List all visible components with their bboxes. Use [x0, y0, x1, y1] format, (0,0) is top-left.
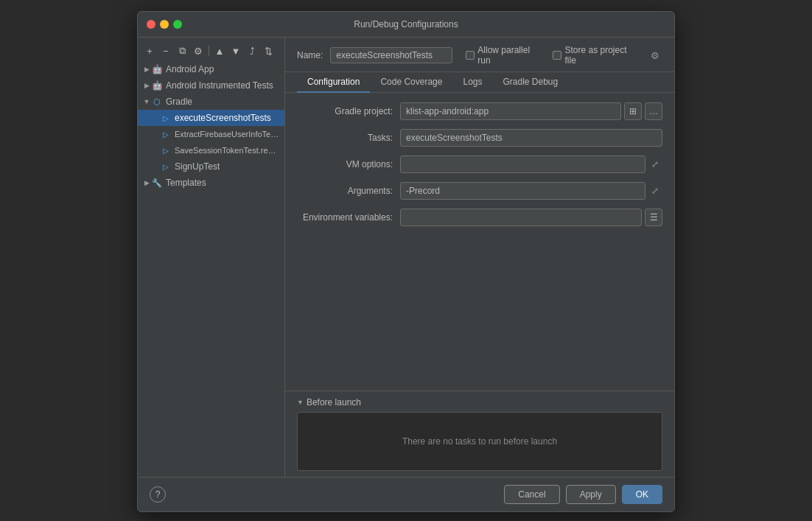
help-button[interactable]: ? — [150, 486, 166, 503]
sidebar-item-label: executeScreenshotTests — [175, 113, 271, 123]
android-icon: 🤖 — [151, 80, 163, 91]
gradle-project-row: Gradle project: ⊞ … — [297, 102, 662, 121]
arguments-input[interactable] — [400, 182, 645, 200]
sidebar-item-android-instrumented-tests[interactable]: ▶ 🤖 Android Instrumented Tests — [138, 77, 284, 94]
env-variables-input[interactable] — [400, 209, 642, 226]
checkbox-allow-parallel — [466, 51, 475, 60]
remove-config-button[interactable]: − — [158, 43, 173, 58]
vm-options-row: VM options: ⤢ — [297, 155, 662, 174]
sidebar-item-templates[interactable]: ▶ 🔧 Templates — [138, 175, 284, 191]
sidebar-item-save-session-token[interactable]: ▷ SaveSessionTokenTest.removesTheSignUpS — [138, 142, 284, 158]
right-panel: Name: Allow parallel run Store as projec… — [285, 38, 674, 477]
add-config-button[interactable]: + — [142, 43, 157, 58]
run-config-icon: ▷ — [160, 144, 172, 156]
cancel-button[interactable]: Cancel — [504, 485, 559, 504]
env-variables-row: Environment variables: ☰ — [297, 208, 662, 227]
sidebar-item-execute-screenshot-tests[interactable]: ▷ executeScreenshotTests — [138, 110, 284, 126]
name-row: Name: Allow parallel run Store as projec… — [285, 38, 674, 72]
sidebar-item-label: SaveSessionTokenTest.removesTheSignUpS — [175, 146, 280, 155]
sidebar-item-label: Templates — [166, 178, 206, 188]
store-project-gear-button[interactable]: ⚙ — [648, 48, 662, 63]
chevron-down-icon: ▼ — [142, 97, 151, 106]
ok-button[interactable]: OK — [622, 485, 662, 504]
sidebar-item-label: ExtractFirebaseUserInfoTest.savesUserTok… — [175, 130, 280, 139]
chevron-right-icon: ▶ — [142, 178, 151, 187]
config-form: Gradle project: ⊞ … Tasks: VM options: — [285, 93, 674, 391]
run-config-icon: ▷ — [160, 112, 172, 124]
allow-parallel-label: Allow parallel run — [477, 45, 542, 66]
move-down-button[interactable]: ▼ — [228, 43, 243, 58]
share-button[interactable]: ⤴ — [245, 43, 259, 58]
spacer — [151, 130, 160, 139]
store-project-label: Store as project file — [564, 45, 637, 66]
before-launch-content: There are no tasks to run before launch — [297, 412, 662, 471]
tab-code-coverage[interactable]: Code Coverage — [370, 72, 452, 93]
gradle-project-input[interactable] — [400, 102, 621, 120]
before-launch-empty-message: There are no tasks to run before launch — [402, 436, 557, 447]
traffic-lights — [147, 20, 182, 29]
allow-parallel-run-checkbox[interactable]: Allow parallel run — [466, 45, 542, 66]
checkbox-group: Allow parallel run Store as project file… — [466, 45, 662, 66]
gradle-project-input-group: ⊞ … — [400, 102, 662, 120]
minimize-button[interactable] — [160, 20, 169, 29]
spacer — [151, 113, 160, 122]
sidebar-item-label: Android App — [166, 64, 214, 74]
dialog-footer: ? Cancel Apply OK — [138, 477, 674, 511]
name-label: Name: — [297, 50, 323, 60]
dialog-title: Run/Debug Configurations — [354, 19, 458, 29]
tasks-input[interactable] — [400, 129, 662, 147]
run-debug-configurations-dialog: Run/Debug Configurations + − ⧉ ⚙ ▲ ▼ ⤴ ⇅… — [137, 11, 675, 512]
left-panel: + − ⧉ ⚙ ▲ ▼ ⤴ ⇅ ▶ 🤖 Android App ▶ 🤖 Andr… — [138, 38, 285, 477]
spacer — [151, 162, 160, 171]
spacer — [151, 146, 160, 155]
arguments-label: Arguments: — [297, 186, 400, 196]
dialog-body: + − ⧉ ⚙ ▲ ▼ ⤴ ⇅ ▶ 🤖 Android App ▶ 🤖 Andr… — [138, 38, 674, 477]
env-variables-label: Environment variables: — [297, 212, 400, 223]
dialog-titlebar: Run/Debug Configurations — [138, 12, 674, 38]
vm-options-expand-button[interactable]: ⤢ — [648, 157, 662, 172]
chevron-right-icon: ▶ — [142, 65, 151, 74]
gradle-icon: ⬡ — [151, 96, 163, 108]
run-config-icon: ▷ — [160, 161, 172, 172]
maximize-button[interactable] — [173, 20, 182, 29]
before-launch-chevron-icon: ▼ — [297, 399, 304, 406]
before-launch-header[interactable]: ▼ Before launch — [297, 391, 662, 412]
before-launch-section: ▼ Before launch There are no tasks to ru… — [285, 391, 674, 477]
sidebar-item-android-app[interactable]: ▶ 🤖 Android App — [138, 61, 284, 77]
sidebar-toolbar: + − ⧉ ⚙ ▲ ▼ ⤴ ⇅ — [138, 41, 284, 61]
sidebar-item-extract-firebase[interactable]: ▷ ExtractFirebaseUserInfoTest.savesUserT… — [138, 126, 284, 142]
tabs-row: Configuration Code Coverage Logs Gradle … — [285, 72, 674, 93]
gradle-project-more-button[interactable]: … — [645, 102, 662, 120]
tab-gradle-debug[interactable]: Gradle Debug — [492, 72, 568, 93]
arguments-row: Arguments: ⤢ — [297, 181, 662, 200]
apply-button[interactable]: Apply — [566, 485, 616, 504]
copy-config-button[interactable]: ⧉ — [175, 43, 189, 58]
footer-buttons: Cancel Apply OK — [504, 485, 662, 504]
wrench-icon: 🔧 — [151, 177, 163, 189]
sidebar-item-label: SignUpTest — [175, 161, 220, 172]
tasks-label: Tasks: — [297, 133, 400, 143]
move-up-button[interactable]: ▲ — [212, 43, 227, 58]
name-input[interactable] — [330, 47, 452, 63]
vm-options-label: VM options: — [297, 159, 400, 169]
tab-configuration[interactable]: Configuration — [297, 72, 370, 93]
sidebar-item-label: Android Instrumented Tests — [166, 80, 273, 91]
env-variables-browse-button[interactable]: ☰ — [645, 209, 662, 226]
tab-logs[interactable]: Logs — [452, 72, 492, 93]
settings-config-button[interactable]: ⚙ — [191, 43, 206, 58]
sidebar-item-gradle[interactable]: ▼ ⬡ Gradle — [138, 94, 284, 110]
android-icon: 🤖 — [151, 63, 163, 75]
arguments-expand-button[interactable]: ⤢ — [648, 183, 662, 198]
store-as-project-file-checkbox[interactable]: Store as project file — [553, 45, 637, 66]
close-button[interactable] — [147, 20, 155, 29]
sort-button[interactable]: ⇅ — [261, 43, 276, 58]
sidebar-item-signup-test[interactable]: ▷ SignUpTest — [138, 158, 284, 175]
checkbox-store-project — [553, 51, 561, 60]
vm-options-input[interactable] — [400, 155, 645, 173]
sidebar-item-label: Gradle — [166, 97, 192, 107]
gradle-project-browse-button[interactable]: ⊞ — [624, 102, 642, 120]
gradle-project-label: Gradle project: — [297, 106, 400, 116]
tasks-row: Tasks: — [297, 128, 662, 147]
chevron-right-icon: ▶ — [142, 81, 151, 90]
run-config-icon: ▷ — [160, 128, 172, 140]
